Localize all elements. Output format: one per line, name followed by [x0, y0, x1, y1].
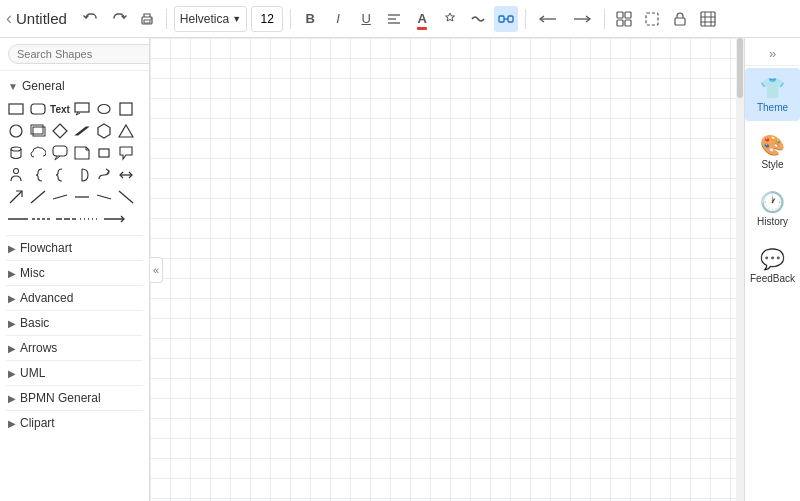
shapes-panel: ▼ General Text [0, 71, 149, 501]
history-label: History [757, 216, 788, 227]
shape-comment[interactable] [116, 143, 136, 163]
arrow-right-button[interactable] [567, 6, 597, 32]
svg-point-36 [11, 147, 21, 151]
right-panel-history[interactable]: 🕐 History [745, 182, 800, 235]
toolbar: ‹ Untitled Helvetica ▼ B I U A [0, 0, 800, 38]
shape-square[interactable] [116, 99, 136, 119]
italic-button[interactable]: I [326, 6, 350, 32]
theme-label: Theme [757, 102, 788, 113]
right-panel: » 👕 Theme 🎨 Style 🕐 History 💬 FeedBack [744, 38, 800, 501]
category-flowchart[interactable]: ▶ Flowchart [6, 235, 143, 260]
back-icon: ‹ [6, 8, 12, 29]
ungroup-button[interactable] [640, 6, 664, 32]
shape-speech-bubble[interactable] [50, 143, 70, 163]
category-uml[interactable]: ▶ UML [6, 360, 143, 385]
fill-color-button[interactable] [438, 6, 462, 32]
shape-cloud[interactable] [28, 143, 48, 163]
line-style-button[interactable] [466, 6, 490, 32]
history-icon: 🕐 [760, 190, 785, 214]
font-selector[interactable]: Helvetica ▼ [174, 6, 247, 32]
shape-rounded-rect[interactable] [28, 99, 48, 119]
shape-ellipse[interactable] [94, 99, 114, 119]
shape-diamond[interactable] [50, 121, 70, 141]
svg-rect-17 [701, 12, 715, 26]
svg-marker-32 [53, 124, 67, 138]
category-bpmn[interactable]: ▶ BPMN General [6, 385, 143, 410]
print-button[interactable] [135, 6, 159, 32]
shape-hexagon[interactable] [94, 121, 114, 141]
shape-triangle[interactable] [116, 121, 136, 141]
shape-small-rect[interactable] [94, 143, 114, 163]
svg-line-45 [53, 195, 67, 199]
font-color-button[interactable]: A [410, 6, 434, 32]
align-button[interactable] [382, 6, 406, 32]
shape-s-arrow[interactable] [94, 165, 114, 185]
shape-left-brace[interactable] [50, 165, 70, 185]
undo-button[interactable] [79, 6, 103, 32]
collapse-panel-button[interactable]: « [150, 257, 163, 283]
theme-icon: 👕 [760, 76, 785, 100]
right-panel-feedback[interactable]: 💬 FeedBack [745, 239, 800, 292]
line-styles-row [6, 209, 143, 229]
shape-double-rect[interactable] [28, 121, 48, 141]
shape-parallelogram[interactable] [72, 121, 92, 141]
redo-button[interactable] [107, 6, 131, 32]
sep1 [166, 9, 167, 29]
search-input[interactable] [8, 44, 150, 64]
general-arrow: ▼ [8, 81, 18, 92]
svg-rect-14 [625, 20, 631, 26]
svg-rect-12 [625, 12, 631, 18]
category-general[interactable]: ▼ General [6, 75, 143, 97]
shape-half-circle[interactable] [72, 165, 92, 185]
shape-note[interactable] [72, 143, 92, 163]
category-basic[interactable]: ▶ Basic [6, 310, 143, 335]
shape-person[interactable] [6, 165, 26, 185]
category-arrows[interactable]: ▶ Arrows [6, 335, 143, 360]
shape-diagonal-arrow[interactable] [6, 187, 26, 207]
canvas-area[interactable]: « [150, 38, 744, 501]
arrow-left-button[interactable] [533, 6, 563, 32]
svg-rect-28 [120, 103, 132, 115]
bpmn-arrow: ▶ [8, 393, 16, 404]
vertical-scrollbar[interactable] [736, 38, 744, 501]
group-button[interactable] [612, 6, 636, 32]
page-title: Untitled [16, 10, 67, 27]
shape-circle[interactable] [6, 121, 26, 141]
canvas-grid [150, 38, 744, 501]
scrollbar-thumb[interactable] [737, 38, 743, 98]
line-styles-svg [6, 212, 136, 226]
svg-rect-25 [31, 104, 45, 114]
svg-point-2 [150, 18, 152, 20]
shape-line2[interactable] [50, 187, 70, 207]
underline-button[interactable]: U [354, 6, 378, 32]
shape-cylinder[interactable] [6, 143, 26, 163]
bold-button[interactable]: B [298, 6, 322, 32]
shape-line3[interactable] [72, 187, 92, 207]
svg-rect-6 [499, 16, 504, 22]
title-area: Untitled [16, 10, 67, 27]
lock-button[interactable] [668, 6, 692, 32]
connection-style-button[interactable] [494, 6, 518, 32]
expand-right-panel-button[interactable]: » [745, 42, 800, 66]
category-clipart[interactable]: ▶ Clipart [6, 410, 143, 435]
category-misc[interactable]: ▶ Misc [6, 260, 143, 285]
main-area: ▼ General Text [0, 38, 800, 501]
shape-line4[interactable] [94, 187, 114, 207]
shape-line5[interactable] [116, 187, 136, 207]
shape-curly-brace[interactable] [28, 165, 48, 185]
shape-callout[interactable] [72, 99, 92, 119]
flowchart-arrow: ▶ [8, 243, 16, 254]
shape-rectangle[interactable] [6, 99, 26, 119]
svg-rect-7 [508, 16, 513, 22]
svg-line-43 [10, 191, 22, 203]
shape-line1[interactable] [28, 187, 48, 207]
font-name: Helvetica [180, 12, 229, 26]
font-size-input[interactable] [251, 6, 283, 32]
right-panel-theme[interactable]: 👕 Theme [745, 68, 800, 121]
table-button[interactable] [696, 6, 720, 32]
shape-double-arrow[interactable] [116, 165, 136, 185]
category-advanced[interactable]: ▶ Advanced [6, 285, 143, 310]
right-panel-style[interactable]: 🎨 Style [745, 125, 800, 178]
shape-text[interactable]: Text [50, 99, 70, 119]
misc-arrow: ▶ [8, 268, 16, 279]
